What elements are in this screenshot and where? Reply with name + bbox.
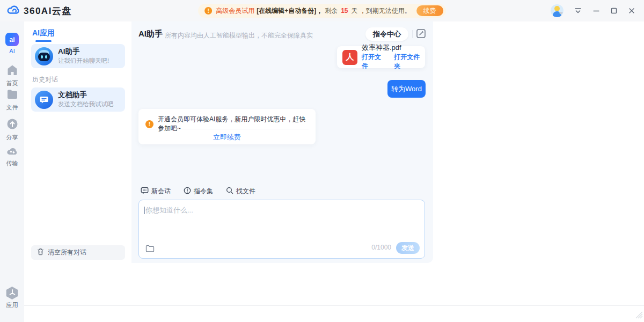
send-button[interactable]: 发送: [396, 242, 420, 254]
minimize-button[interactable]: [592, 7, 600, 14]
maximize-button[interactable]: [610, 7, 618, 14]
history-item-doc-assistant[interactable]: 文档助手 发送文档给我试试吧: [31, 87, 125, 112]
tab-ai-apps[interactable]: AI应用: [32, 28, 55, 38]
doc-assistant-title: 文档助手: [58, 91, 114, 100]
title-bar: 360AI云盘 ! 高级会员试用 [在线编辑+自动备份]， 剩余 15 天 ，到…: [0, 0, 644, 21]
membership-notice-card: ! 开通会员即可体验AI服务，新用户限时优惠中，赶快参加吧~ 立即续费: [138, 109, 316, 144]
convert-to-word-button[interactable]: 转为Word: [387, 80, 426, 98]
user-avatar[interactable]: ❤: [551, 4, 564, 17]
banner-remaining-label: 剩余: [325, 6, 338, 16]
notice-divider: [145, 129, 309, 129]
notice-text: 开通会员即可体验AI服务，新用户限时优惠中，赶快参加吧~: [158, 115, 308, 133]
pdf-file-icon: 人: [342, 50, 357, 65]
command-set-icon: [184, 187, 191, 196]
pdf-file-name: 效率神器.pdf: [362, 43, 425, 53]
rail-item-ai[interactable]: ai AI: [0, 33, 24, 54]
clear-all-chats-button[interactable]: 清空所有对话: [31, 245, 125, 260]
message-input-container: 0/1000 发送: [138, 200, 425, 259]
cloud-logo-icon: [6, 4, 20, 18]
app-window: 360AI云盘 ! 高级会员试用 [在线编辑+自动备份]， 剩余 15 天 ，到…: [0, 0, 644, 322]
doc-assistant-subtitle: 发送文档给我试试吧: [58, 100, 114, 108]
rail-item-home[interactable]: 首页: [0, 64, 24, 87]
chat-title: AI助手: [138, 29, 163, 39]
command-center-button[interactable]: 指令中心: [365, 27, 408, 41]
char-counter: 0/1000: [371, 244, 391, 251]
chat-toolbar: 新会话 指令集 找文件: [141, 187, 255, 196]
chat-panel: AI助手 所有内容均由人工智能模型输出，不能完全保障真实 指令中心 人 效率神器…: [131, 21, 433, 263]
doc-assistant-avatar-icon: [35, 91, 53, 109]
renew-now-link[interactable]: 立即续费: [138, 133, 316, 142]
window-controls: ❤: [551, 0, 635, 21]
open-file-link[interactable]: 打开文件: [362, 53, 386, 71]
find-file-button[interactable]: 找文件: [226, 187, 255, 196]
open-folder-link[interactable]: 打开文件夹: [394, 53, 425, 71]
banner-warning-icon: !: [204, 7, 212, 14]
membership-trial-banner: ! 高级会员试用 [在线编辑+自动备份]， 剩余 15 天 ，到期无法使用。 续…: [198, 4, 446, 18]
command-set-button[interactable]: 指令集: [184, 187, 213, 196]
banner-days-value: 15: [340, 7, 349, 14]
mini-mode-icon[interactable]: [574, 6, 582, 15]
tab-underline: [35, 40, 52, 42]
message-input[interactable]: [145, 206, 418, 238]
nav-rail: ai AI 首页 文件 分享: [0, 21, 24, 322]
banner-feature-text: [在线编辑+自动备份]，: [257, 6, 323, 16]
app-logo: 360AI云盘: [6, 4, 72, 18]
ai-badge-icon: ai: [5, 33, 19, 46]
close-button[interactable]: [628, 7, 635, 14]
ai-assistant-subtitle: 让我们开始聊天吧!: [58, 57, 109, 65]
rail-item-transfer[interactable]: 传输: [0, 146, 24, 167]
ai-assistant-card[interactable]: AI助手 让我们开始聊天吧!: [31, 44, 125, 68]
resize-grip[interactable]: [635, 311, 643, 321]
search-icon: [226, 187, 233, 196]
text-caret: [144, 207, 145, 214]
rail-item-apps[interactable]: 应用: [0, 287, 24, 309]
pdf-file-card: 人 效率神器.pdf 打开文件 打开文件夹: [337, 46, 425, 68]
banner-prefix-text: 高级会员试用: [216, 6, 254, 16]
rail-item-share[interactable]: 分享: [0, 118, 24, 142]
banner-suffix-text: 天 ，到期无法使用。: [352, 6, 411, 16]
folder-icon: [6, 89, 19, 102]
header-divider: [412, 30, 413, 38]
footer-divider: [24, 305, 644, 306]
chat-bubble-icon: [141, 187, 149, 196]
trash-icon: [37, 248, 44, 257]
ai-app-panel: AI应用 AI助手 让我们开始聊天吧! 历史对话 文档助手 发送文档给我试试吧: [24, 21, 131, 306]
history-section-label: 历史对话: [32, 75, 58, 84]
transfer-cloud-icon: [6, 146, 19, 158]
rail-item-files[interactable]: 文件: [0, 89, 24, 112]
logo-text: 360AI云盘: [24, 5, 72, 17]
apps-hexagon-icon: [6, 287, 19, 299]
renew-button[interactable]: 续费: [416, 5, 443, 16]
ai-assistant-avatar-icon: [35, 47, 53, 65]
home-icon: [6, 64, 19, 78]
share-icon: [6, 118, 18, 132]
notice-warning-icon: !: [145, 120, 153, 128]
new-session-button[interactable]: 新会话: [141, 187, 171, 196]
ai-disclaimer: 所有内容均由人工智能模型输出，不能完全保障真实: [165, 31, 313, 40]
attach-folder-icon[interactable]: [145, 245, 155, 253]
ai-assistant-title: AI助手: [58, 47, 109, 56]
new-chat-edit-icon[interactable]: [415, 28, 426, 39]
